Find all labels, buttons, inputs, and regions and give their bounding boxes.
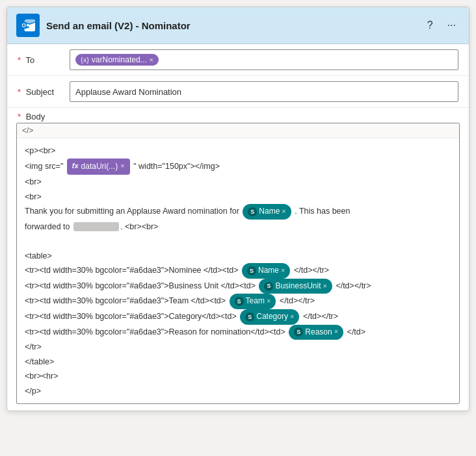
- fx-icon: fx: [72, 160, 79, 173]
- line-forwarded: forwarded to . <br><br>: [25, 220, 451, 234]
- line-p-br: <p><br>: [25, 144, 451, 158]
- token-name-2[interactable]: S Name ×: [242, 263, 290, 279]
- token-name-close[interactable]: ×: [282, 205, 285, 218]
- body-label-row: * Body: [7, 108, 469, 123]
- t-close-bu[interactable]: ×: [323, 280, 326, 293]
- header-title: Send an email (V2) - Nominator: [46, 20, 423, 31]
- t-icon-cat: S: [245, 312, 254, 322]
- card-header: O Send an email (V2) - Nominator ? ···: [7, 7, 469, 44]
- t-close-reason[interactable]: ×: [334, 325, 338, 338]
- required-star-subject: *: [18, 87, 21, 97]
- line-table-open: <table>: [25, 249, 451, 264]
- token-name-2-label: Name: [258, 264, 279, 278]
- line-img: <img src=" fx dataUri(...) × " width="15…: [25, 158, 451, 175]
- line-team: <tr><td width=30% bgcolor="#a6dae3">Team…: [25, 294, 451, 309]
- line-br-hr: <br><hr>: [25, 369, 451, 384]
- t-close-cat[interactable]: ×: [290, 310, 294, 323]
- t-close-name2[interactable]: ×: [281, 264, 285, 277]
- token-businessunit[interactable]: S BusinessUnit ×: [259, 279, 332, 294]
- token-label: varNominated...: [92, 55, 147, 64]
- help-button[interactable]: ?: [423, 17, 437, 34]
- t-close-team[interactable]: ×: [267, 295, 271, 308]
- code-content: <p><br> <img src=" fx dataUri(...) × " w…: [17, 138, 459, 403]
- to-label: * To: [18, 55, 70, 65]
- t-icon-bu: S: [264, 282, 273, 291]
- to-token[interactable]: {x} varNominated... ×: [75, 54, 159, 66]
- body-required-star: *: [18, 112, 21, 121]
- t-icon-reason: S: [294, 327, 303, 336]
- fx-token-dataurli[interactable]: fx dataUri(...) ×: [67, 158, 130, 175]
- token-team[interactable]: S Team ×: [230, 294, 276, 309]
- more-button[interactable]: ···: [443, 17, 460, 34]
- t-icon-name2: S: [247, 266, 256, 275]
- token-name-1[interactable]: S Name ×: [243, 204, 291, 220]
- code-toolbar[interactable]: </>: [17, 123, 459, 138]
- fx-close[interactable]: ×: [120, 160, 124, 173]
- line-nominee: <tr><td width=30% bgcolor="#a6dae3">Nomi…: [25, 263, 451, 279]
- token-s-icon: S: [248, 207, 257, 216]
- outlook-icon: O: [16, 14, 40, 37]
- line-br2: <br>: [25, 190, 451, 205]
- line-p-close: </p>: [25, 384, 451, 399]
- body-label: Body: [26, 112, 46, 121]
- line-category: <tr><td width=30% bgcolor="#a6dae3">Cate…: [25, 309, 451, 325]
- token-icon: {x}: [81, 56, 89, 64]
- token-close[interactable]: ×: [150, 56, 153, 64]
- line-table-close: </table>: [25, 355, 451, 370]
- token-bu-label: BusinessUnit: [275, 279, 321, 294]
- fx-label: dataUri(...): [81, 160, 118, 174]
- line-br1: <br>: [25, 175, 451, 190]
- subject-row: * Subject Applause Award Nomination: [7, 76, 469, 108]
- required-star: *: [18, 55, 21, 65]
- token-category-label: Category: [256, 310, 288, 324]
- svg-text:O: O: [21, 23, 26, 29]
- subject-label: * Subject: [18, 87, 70, 97]
- line-business-unit: <tr><td width=30% bgcolor="#a6dae3">Busi…: [25, 279, 451, 294]
- blurred-email: [73, 222, 119, 231]
- token-category[interactable]: S Category ×: [240, 309, 299, 325]
- token-reason[interactable]: S Reason ×: [289, 325, 343, 340]
- code-editor[interactable]: </> <p><br> <img src=" fx dataUri(...) ×…: [16, 123, 460, 404]
- t-icon-team: S: [235, 297, 244, 306]
- to-row: * To {x} varNominated... ×: [7, 44, 469, 76]
- subject-input[interactable]: Applause Award Nomination: [70, 81, 458, 102]
- token-team-label: Team: [246, 294, 265, 309]
- email-action-card: O Send an email (V2) - Nominator ? ··· *…: [7, 6, 469, 411]
- token-reason-label: Reason: [305, 325, 332, 340]
- line-reason: <tr><td width=30% bgcolor="#a6dae3">Reas…: [25, 325, 451, 340]
- to-input[interactable]: {x} varNominated... ×: [70, 49, 458, 70]
- subject-value: Applause Award Nomination: [75, 87, 181, 97]
- header-actions: ? ···: [423, 17, 460, 34]
- line-thankyou: Thank you for submitting an Applause Awa…: [25, 204, 451, 220]
- line-empty: [25, 234, 451, 249]
- line-tr-close: </tr>: [25, 340, 451, 355]
- toolbar-label: </>: [22, 126, 33, 135]
- token-name-label: Name: [259, 205, 280, 219]
